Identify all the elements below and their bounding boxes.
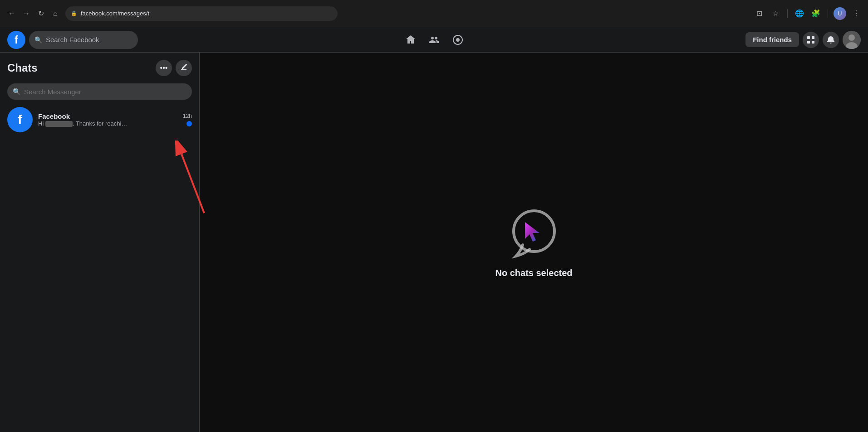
address-bar[interactable]: 🔒 facebook.com/messages/t (65, 6, 338, 21)
lock-icon: 🔒 (71, 10, 77, 16)
chat-time: 12h (183, 113, 192, 119)
chat-info: Facebook Hi . Thanks for reachin... (38, 112, 179, 127)
find-friends-button[interactable]: Find friends (745, 32, 799, 47)
chat-preview: Hi . Thanks for reachin... (38, 120, 179, 127)
svg-rect-3 (812, 36, 814, 39)
redacted-name (45, 121, 73, 127)
svg-rect-4 (807, 41, 810, 44)
chat-avatar-facebook: f (7, 107, 33, 132)
forward-button[interactable]: → (20, 7, 33, 20)
notifications-icon[interactable] (823, 32, 839, 48)
messenger-search-input[interactable] (24, 88, 186, 96)
chat-meta: 12h (183, 113, 192, 126)
search-icon: 🔍 (34, 36, 42, 44)
browser-right-icons: ⊡ ☆ 🌐 🧩 U ⋮ (753, 7, 863, 20)
svg-point-7 (848, 34, 855, 41)
messenger-search-icon: 🔍 (13, 88, 20, 95)
unread-indicator (186, 121, 192, 126)
svg-rect-5 (812, 41, 814, 44)
fb-search-bar[interactable]: 🔍 Search Facebook (29, 31, 138, 49)
chats-title: Chats (7, 62, 38, 74)
fb-navbar: f 🔍 Search Facebook Find friends (0, 27, 868, 53)
user-profile-avatar[interactable] (843, 31, 861, 49)
browser-profile-avatar[interactable]: U (834, 7, 846, 20)
svg-rect-2 (807, 36, 810, 39)
friends-nav-icon[interactable] (423, 29, 445, 51)
divider (787, 9, 788, 18)
browser-chrome: ← → ↻ ⌂ 🔒 facebook.com/messages/t ⊡ ☆ 🌐 … (0, 0, 868, 27)
home-nav-icon[interactable] (400, 29, 422, 51)
svg-marker-12 (525, 222, 539, 242)
home-button[interactable]: ⌂ (49, 7, 62, 20)
fb-nav-right: Find friends (745, 31, 861, 49)
apps-icon[interactable] (803, 32, 819, 48)
chat-item[interactable]: f Facebook Hi . Thanks for reachin... 12… (4, 103, 196, 136)
watch-nav-icon[interactable] (447, 29, 469, 51)
back-button[interactable]: ← (5, 7, 18, 20)
messenger-search[interactable]: 🔍 (7, 83, 192, 100)
messenger-logo-icon (507, 206, 561, 261)
svg-point-1 (456, 38, 460, 42)
url-text: facebook.com/messages/t (81, 10, 149, 17)
more-options-button[interactable]: ••• (156, 60, 172, 76)
chats-header-actions: ••• (156, 60, 192, 76)
chats-sidebar: Chats ••• 🔍 f (0, 53, 200, 432)
chat-name: Facebook (38, 112, 179, 120)
browser-menu-icon[interactable]: ⋮ (850, 7, 863, 20)
cast-icon[interactable]: ⊡ (753, 7, 765, 20)
new-chat-button[interactable] (176, 60, 192, 76)
bookmark-icon[interactable]: ☆ (769, 7, 782, 20)
puzzle-icon[interactable]: 🧩 (809, 7, 822, 20)
chat-list[interactable]: f Facebook Hi . Thanks for reachin... 12… (0, 103, 199, 432)
search-placeholder-text: Search Facebook (46, 36, 99, 44)
chat-preview-text: Hi . Thanks for reachin... (38, 120, 129, 127)
chat-main-panel: No chats selected (200, 53, 868, 432)
main-content: Chats ••• 🔍 f (0, 53, 868, 432)
fb-logo[interactable]: f (7, 31, 25, 49)
chats-header: Chats ••• (0, 53, 199, 80)
no-chat-title: No chats selected (495, 268, 572, 278)
fb-nav-center (400, 29, 469, 51)
more-options-icon: ••• (160, 64, 168, 72)
divider2 (828, 9, 828, 18)
reload-button[interactable]: ↻ (34, 7, 47, 20)
compose-icon (180, 63, 188, 73)
browser-nav-buttons: ← → ↻ ⌂ (5, 7, 62, 20)
extensions-icon[interactable]: 🌐 (793, 7, 806, 20)
